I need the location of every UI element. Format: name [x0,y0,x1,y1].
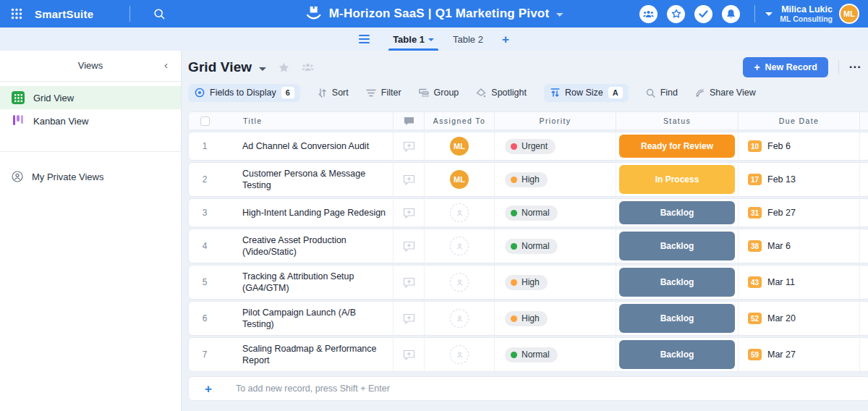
priority-pill[interactable]: Normal [505,206,558,221]
extra-cell [859,132,868,160]
record-title[interactable]: Pilot Campaign Launch (A/B Testing) [242,307,388,330]
due-date[interactable]: Feb 6 [767,141,791,151]
view-members-icon[interactable] [302,62,314,72]
tasks-check-icon[interactable] [694,5,712,23]
sort-button[interactable]: Sort [318,88,349,98]
column-header-status[interactable]: Status [616,112,738,130]
tab-table-2[interactable]: Table 2 [453,27,483,51]
record-title[interactable]: Customer Persona & Message Testing [242,168,388,191]
sort-icon [318,88,327,98]
title-chevron-down-icon[interactable] [556,13,563,17]
view-title-chevron-icon[interactable] [259,67,266,71]
column-header-assigned-to[interactable]: Assigned To [424,112,494,130]
add-comment-icon[interactable] [403,277,415,288]
more-options-icon[interactable]: ... [849,62,861,73]
assignee-empty-placeholder-icon[interactable] [450,309,469,328]
sidebar-item-grid-view[interactable]: Grid View [0,86,181,109]
due-date[interactable]: Mar 20 [767,313,796,323]
new-record-button[interactable]: + New Record [743,57,827,77]
grid-view-icon [12,91,25,104]
sidebar-item-kanban-view[interactable]: Kanban View [0,109,181,132]
status-button[interactable]: Backlog [619,340,735,369]
due-date[interactable]: Mar 6 [767,241,791,251]
column-header-due-date[interactable]: Due Date [738,112,859,130]
user-avatar[interactable]: ML [839,4,859,24]
favorites-star-icon[interactable] [667,5,685,23]
assignee-avatar[interactable]: ML [450,170,469,189]
notifications-bell-icon[interactable] [722,5,740,23]
due-date[interactable]: Mar 11 [767,277,795,287]
assignee-empty-placeholder-icon[interactable] [450,273,469,292]
add-comment-icon[interactable] [403,349,415,360]
spotlight-button[interactable]: Spotlight [476,88,527,98]
add-comment-icon[interactable] [403,174,415,185]
share-view-button[interactable]: Share View [695,88,756,98]
column-header-priority[interactable]: Priority [494,112,616,130]
app-logo-text[interactable]: SmartSuite [35,8,93,20]
add-comment-icon[interactable] [403,208,415,219]
record-title[interactable]: High-Intent Landing Page Redesign [242,207,386,219]
sort-label: Sort [332,88,349,98]
select-all-checkbox[interactable] [200,116,210,126]
row-number: 4 [203,241,208,251]
status-button[interactable]: Backlog [619,304,735,333]
row-size-button[interactable]: Row Size A [544,84,629,102]
table-row[interactable]: 7 Scaling Roadmap & Performance Report N… [188,337,868,372]
status-button[interactable]: Backlog [619,201,735,224]
assignee-empty-placeholder-icon[interactable] [450,203,469,222]
members-icon[interactable] [639,5,658,23]
column-header-title[interactable]: Title [221,112,393,130]
due-date[interactable]: Feb 13 [767,174,796,185]
filter-button[interactable]: Filter [366,88,401,98]
status-button[interactable]: In Process [619,165,735,194]
due-date[interactable]: Feb 27 [767,208,796,218]
table-row[interactable]: 6 Pilot Campaign Launch (A/B Testing) Hi… [188,301,868,336]
priority-pill[interactable]: High [505,275,548,290]
priority-pill[interactable]: Urgent [505,139,556,154]
document-title[interactable]: M-Horizon SaaS | Q1 Marketing Pivot [329,7,550,21]
add-table-button[interactable]: + [502,33,509,46]
status-button[interactable]: Ready for Review [619,135,735,158]
add-comment-icon[interactable] [403,241,415,252]
priority-pill[interactable]: High [505,311,548,326]
priority-pill[interactable]: Normal [505,347,558,363]
group-button[interactable]: Group [419,88,459,98]
tab-table-1[interactable]: Table 1 [393,27,434,51]
status-button[interactable]: Backlog [619,232,735,260]
table-row[interactable]: 5 Tracking & Attribution Setup (GA4/GTM)… [188,265,868,300]
priority-pill[interactable]: High [505,172,548,187]
sidebar-item-my-private-views[interactable]: My Private Views [0,165,181,188]
solution-icon [305,6,323,22]
collapse-sidebar-icon[interactable]: ‹ [164,59,168,71]
record-title[interactable]: Scaling Roadmap & Performance Report [242,343,388,366]
column-header-extra [859,112,868,130]
favorite-view-star-icon[interactable] [278,62,290,74]
add-record-row[interactable]: + To add new record, press Shift + Enter [188,376,868,401]
table-row[interactable]: 2 Customer Persona & Message Testing ML … [188,162,868,197]
status-button[interactable]: Backlog [619,268,735,297]
priority-label: High [522,277,540,287]
add-comment-icon[interactable] [403,141,415,152]
find-button[interactable]: Find [646,88,678,98]
row-number: 3 [203,208,208,218]
due-date[interactable]: Mar 27 [767,349,796,360]
user-menu-chevron-icon[interactable] [765,12,773,16]
assignee-avatar[interactable]: ML [450,137,469,156]
apps-grid-icon[interactable] [0,8,33,20]
search-icon[interactable] [153,8,166,20]
record-title[interactable]: Creative Asset Production (Video/Static) [242,234,388,258]
priority-pill[interactable]: Normal [505,239,558,254]
find-icon [646,88,655,98]
assignee-empty-placeholder-icon[interactable] [450,237,469,255]
record-title[interactable]: Tracking & Attribution Setup (GA4/GTM) [242,271,388,294]
tables-menu-icon[interactable] [359,35,370,43]
assignee-empty-placeholder-icon[interactable] [450,345,469,364]
table-row[interactable]: 3 High-Intent Landing Page Redesign Norm… [188,198,868,227]
table-row[interactable]: 1 Ad Channel & Conversion Audit ML Urgen… [188,132,868,161]
user-info[interactable]: Milica Lukic ML Consulting [780,4,833,23]
sidebar-item-label: Kanban View [33,116,88,127]
fields-to-display-button[interactable]: Fields to Display 6 [188,84,300,102]
add-comment-icon[interactable] [403,313,415,324]
table-row[interactable]: 4 Creative Asset Production (Video/Stati… [188,229,868,263]
record-title[interactable]: Ad Channel & Conversion Audit [242,140,369,152]
